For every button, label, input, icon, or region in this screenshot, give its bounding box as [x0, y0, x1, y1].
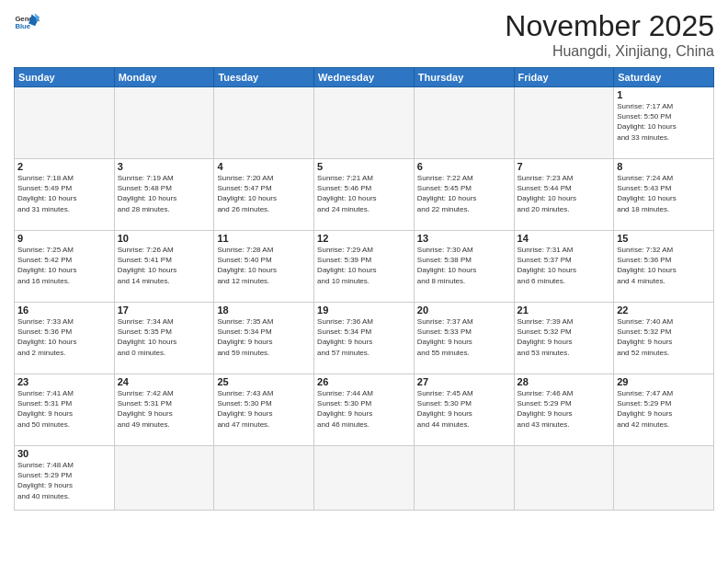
- calendar-cell: [514, 446, 614, 511]
- day-number: 19: [317, 304, 411, 316]
- day-number: 14: [518, 233, 611, 244]
- calendar-week-3: 9Sunrise: 7:25 AM Sunset: 5:42 PM Daylig…: [15, 231, 714, 303]
- day-number: 18: [217, 304, 311, 316]
- day-info: Sunrise: 7:41 AM Sunset: 5:31 PM Dayligh…: [17, 388, 111, 430]
- day-number: 26: [317, 376, 411, 387]
- day-number: 30: [17, 448, 111, 459]
- calendar-cell: 15Sunrise: 7:32 AM Sunset: 5:36 PM Dayli…: [614, 231, 714, 303]
- day-number: 3: [118, 161, 211, 172]
- calendar-cell: 17Sunrise: 7:34 AM Sunset: 5:35 PM Dayli…: [114, 303, 214, 374]
- title-block: November 2025 Huangdi, Xinjiang, China: [505, 9, 714, 60]
- calendar-cell: 7Sunrise: 7:23 AM Sunset: 5:44 PM Daylig…: [514, 159, 614, 231]
- calendar-cell: [614, 446, 714, 511]
- day-number: 29: [617, 376, 711, 387]
- calendar-cell: 13Sunrise: 7:30 AM Sunset: 5:38 PM Dayli…: [414, 231, 514, 303]
- calendar-cell: [114, 87, 214, 159]
- day-info: Sunrise: 7:39 AM Sunset: 5:32 PM Dayligh…: [518, 316, 611, 358]
- day-info: Sunrise: 7:48 AM Sunset: 5:29 PM Dayligh…: [17, 460, 111, 501]
- day-info: Sunrise: 7:35 AM Sunset: 5:34 PM Dayligh…: [217, 316, 311, 358]
- calendar-cell: 18Sunrise: 7:35 AM Sunset: 5:34 PM Dayli…: [214, 303, 314, 374]
- weekday-header-sunday: Sunday: [15, 68, 115, 87]
- page-header: General Blue November 2025 Huangdi, Xinj…: [14, 9, 714, 60]
- day-number: 4: [217, 161, 311, 172]
- day-info: Sunrise: 7:31 AM Sunset: 5:37 PM Dayligh…: [518, 245, 611, 286]
- day-info: Sunrise: 7:23 AM Sunset: 5:44 PM Dayligh…: [518, 173, 611, 214]
- day-info: Sunrise: 7:36 AM Sunset: 5:34 PM Dayligh…: [317, 316, 411, 358]
- calendar-cell: [514, 87, 614, 159]
- calendar-cell: [214, 446, 314, 511]
- day-number: 11: [217, 233, 311, 244]
- day-info: Sunrise: 7:26 AM Sunset: 5:41 PM Dayligh…: [118, 245, 211, 286]
- calendar-cell: [414, 87, 514, 159]
- calendar-week-6: 30Sunrise: 7:48 AM Sunset: 5:29 PM Dayli…: [15, 446, 714, 511]
- weekday-header-monday: Monday: [114, 68, 214, 87]
- day-info: Sunrise: 7:30 AM Sunset: 5:38 PM Dayligh…: [417, 245, 511, 286]
- calendar-cell: 16Sunrise: 7:33 AM Sunset: 5:36 PM Dayli…: [15, 303, 115, 374]
- day-info: Sunrise: 7:46 AM Sunset: 5:29 PM Dayligh…: [518, 388, 611, 430]
- day-number: 22: [617, 304, 711, 316]
- calendar-cell: 3Sunrise: 7:19 AM Sunset: 5:48 PM Daylig…: [114, 159, 214, 231]
- calendar-cell: 27Sunrise: 7:45 AM Sunset: 5:30 PM Dayli…: [414, 374, 514, 446]
- weekday-header-saturday: Saturday: [614, 68, 714, 87]
- calendar-cell: 23Sunrise: 7:41 AM Sunset: 5:31 PM Dayli…: [15, 374, 115, 446]
- day-number: 1: [617, 89, 711, 100]
- calendar-cell: 20Sunrise: 7:37 AM Sunset: 5:33 PM Dayli…: [414, 303, 514, 374]
- calendar-cell: 1Sunrise: 7:17 AM Sunset: 5:50 PM Daylig…: [614, 87, 714, 159]
- calendar-cell: 6Sunrise: 7:22 AM Sunset: 5:45 PM Daylig…: [414, 159, 514, 231]
- weekday-header-tuesday: Tuesday: [214, 68, 314, 87]
- day-info: Sunrise: 7:33 AM Sunset: 5:36 PM Dayligh…: [17, 316, 111, 358]
- day-number: 5: [317, 161, 411, 172]
- calendar-cell: 30Sunrise: 7:48 AM Sunset: 5:29 PM Dayli…: [15, 446, 115, 511]
- location-title: Huangdi, Xinjiang, China: [505, 43, 714, 60]
- calendar-cell: 12Sunrise: 7:29 AM Sunset: 5:39 PM Dayli…: [314, 231, 415, 303]
- calendar-week-2: 2Sunrise: 7:18 AM Sunset: 5:49 PM Daylig…: [15, 159, 714, 231]
- calendar-week-4: 16Sunrise: 7:33 AM Sunset: 5:36 PM Dayli…: [15, 303, 714, 374]
- day-number: 13: [417, 233, 511, 244]
- day-number: 24: [118, 376, 211, 387]
- calendar-cell: 9Sunrise: 7:25 AM Sunset: 5:42 PM Daylig…: [15, 231, 115, 303]
- calendar-cell: 24Sunrise: 7:42 AM Sunset: 5:31 PM Dayli…: [114, 374, 214, 446]
- calendar-cell: 19Sunrise: 7:36 AM Sunset: 5:34 PM Dayli…: [314, 303, 415, 374]
- day-info: Sunrise: 7:45 AM Sunset: 5:30 PM Dayligh…: [417, 388, 511, 430]
- calendar-cell: [314, 446, 415, 511]
- calendar-cell: 8Sunrise: 7:24 AM Sunset: 5:43 PM Daylig…: [614, 159, 714, 231]
- day-info: Sunrise: 7:32 AM Sunset: 5:36 PM Dayligh…: [617, 245, 711, 286]
- calendar-cell: [15, 87, 115, 159]
- calendar-cell: 10Sunrise: 7:26 AM Sunset: 5:41 PM Dayli…: [114, 231, 214, 303]
- day-number: 7: [518, 161, 611, 172]
- calendar-cell: [114, 446, 214, 511]
- calendar-cell: 28Sunrise: 7:46 AM Sunset: 5:29 PM Dayli…: [514, 374, 614, 446]
- day-info: Sunrise: 7:25 AM Sunset: 5:42 PM Dayligh…: [17, 245, 111, 286]
- calendar-cell: 5Sunrise: 7:21 AM Sunset: 5:46 PM Daylig…: [314, 159, 415, 231]
- day-info: Sunrise: 7:44 AM Sunset: 5:30 PM Dayligh…: [317, 388, 411, 430]
- day-number: 27: [417, 376, 511, 387]
- day-number: 9: [17, 233, 111, 244]
- day-info: Sunrise: 7:28 AM Sunset: 5:40 PM Dayligh…: [217, 245, 311, 286]
- calendar-week-5: 23Sunrise: 7:41 AM Sunset: 5:31 PM Dayli…: [15, 374, 714, 446]
- day-number: 2: [17, 161, 111, 172]
- day-info: Sunrise: 7:29 AM Sunset: 5:39 PM Dayligh…: [317, 245, 411, 286]
- day-number: 8: [617, 161, 711, 172]
- logo-icon: General Blue: [14, 9, 40, 35]
- day-info: Sunrise: 7:20 AM Sunset: 5:47 PM Dayligh…: [217, 173, 311, 214]
- calendar-cell: 4Sunrise: 7:20 AM Sunset: 5:47 PM Daylig…: [214, 159, 314, 231]
- calendar-cell: 21Sunrise: 7:39 AM Sunset: 5:32 PM Dayli…: [514, 303, 614, 374]
- weekday-header-row: SundayMondayTuesdayWednesdayThursdayFrid…: [15, 68, 714, 87]
- calendar-cell: 25Sunrise: 7:43 AM Sunset: 5:30 PM Dayli…: [214, 374, 314, 446]
- logo: General Blue: [14, 9, 40, 35]
- calendar-table: SundayMondayTuesdayWednesdayThursdayFrid…: [14, 67, 714, 511]
- calendar-week-1: 1Sunrise: 7:17 AM Sunset: 5:50 PM Daylig…: [15, 87, 714, 159]
- day-info: Sunrise: 7:22 AM Sunset: 5:45 PM Dayligh…: [417, 173, 511, 214]
- day-info: Sunrise: 7:24 AM Sunset: 5:43 PM Dayligh…: [617, 173, 711, 214]
- day-number: 16: [17, 304, 111, 316]
- calendar-cell: [314, 87, 415, 159]
- day-info: Sunrise: 7:43 AM Sunset: 5:30 PM Dayligh…: [217, 388, 311, 430]
- day-info: Sunrise: 7:21 AM Sunset: 5:46 PM Dayligh…: [317, 173, 411, 214]
- day-info: Sunrise: 7:18 AM Sunset: 5:49 PM Dayligh…: [17, 173, 111, 214]
- calendar-cell: 22Sunrise: 7:40 AM Sunset: 5:32 PM Dayli…: [614, 303, 714, 374]
- day-number: 28: [518, 376, 611, 387]
- day-info: Sunrise: 7:19 AM Sunset: 5:48 PM Dayligh…: [118, 173, 211, 214]
- weekday-header-friday: Friday: [514, 68, 614, 87]
- day-number: 6: [417, 161, 511, 172]
- day-info: Sunrise: 7:40 AM Sunset: 5:32 PM Dayligh…: [617, 316, 711, 358]
